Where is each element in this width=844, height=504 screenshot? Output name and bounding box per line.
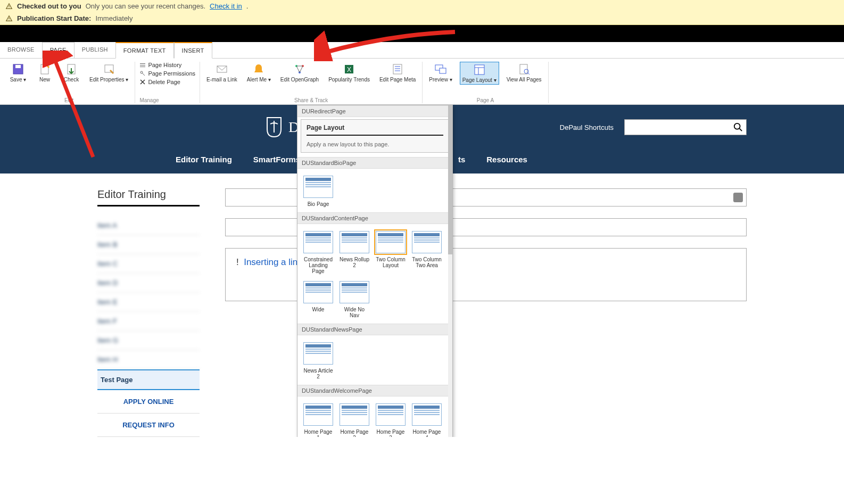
layout-option[interactable]: Two Column Layout — [375, 229, 406, 274]
black-strip — [0, 25, 844, 42]
layout-option-label: Two Column Layout — [375, 257, 406, 268]
svg-text:X: X — [347, 66, 351, 73]
search-input[interactable] — [628, 123, 733, 131]
meta-icon — [391, 63, 404, 76]
nav-resources[interactable]: Resources — [486, 155, 527, 164]
sidebar-item[interactable]: Item E — [97, 293, 200, 312]
layout-option-label: Home Page 1 — [303, 429, 334, 437]
group-label-edit: Edit — [64, 97, 73, 103]
svg-rect-10 — [140, 65, 145, 65]
layout-option[interactable]: News Article 2 — [303, 341, 334, 379]
alert-me-button[interactable]: Alert Me ▾ — [245, 62, 273, 84]
layout-icon — [473, 63, 486, 76]
layout-option-label: Home Page 3 — [375, 429, 406, 437]
tab-browse[interactable]: BROWSE — [0, 42, 42, 58]
dd-cat-bio: DUStandardBioPage — [297, 157, 452, 169]
sidebar-item[interactable]: Item G — [97, 331, 200, 350]
search-box[interactable] — [624, 119, 747, 135]
opengraph-button[interactable]: Edit OpenGraph — [278, 62, 321, 84]
layout-option[interactable]: Constrained Landing Page — [303, 229, 334, 274]
tab-insert[interactable]: INSERT — [174, 42, 212, 59]
layout-option[interactable]: Home Page 3 — [375, 402, 406, 437]
layout-option[interactable]: Bio Page — [303, 174, 334, 207]
svg-rect-24 — [440, 68, 446, 73]
field-ellipsis-icon[interactable] — [733, 193, 743, 202]
page-layout-dropdown: DURedirectPage Page Layout Apply a new l… — [297, 105, 453, 437]
notice-bar: Checked out to you Only you can see your… — [0, 0, 844, 25]
warning-icon — [5, 3, 13, 10]
layout-option[interactable]: Two Column Two Area — [411, 229, 442, 274]
page-layout-button[interactable]: Page Layout ▾ — [460, 62, 499, 85]
side-nav-list: Item AItem BItem CItem DItem EItem FItem… — [97, 216, 200, 390]
dd-cat-welcome: DUStandardWelcomePage — [297, 385, 452, 396]
nav-editor-training[interactable]: Editor Training — [176, 155, 232, 164]
left-nav-title: Editor Training — [97, 188, 200, 206]
page-history-button[interactable]: Page History — [139, 62, 195, 68]
page-meta-button[interactable]: Edit Page Meta — [377, 62, 418, 84]
edit-props-button[interactable]: Edit Properties ▾ — [87, 62, 130, 84]
sidebar-item[interactable]: Item D — [97, 274, 200, 293]
page-permissions-button[interactable]: Page Permissions — [139, 70, 195, 77]
checkout-bold: Checked out to you — [17, 2, 81, 10]
group-label-page-actions: Page A — [477, 97, 494, 103]
save-button[interactable]: Save ▾ — [7, 62, 29, 84]
nav-ts[interactable]: ts — [458, 155, 465, 164]
sidebar-item[interactable]: Item F — [97, 312, 200, 331]
dd-tooltip: Page Layout Apply a new layout to this p… — [301, 119, 449, 153]
og-icon — [293, 63, 306, 76]
tab-publish[interactable]: PUBLISH — [75, 42, 115, 58]
delete-page-button[interactable]: Delete Page — [139, 79, 195, 85]
search-icon[interactable] — [733, 122, 743, 132]
checkout-grey: Only you can see your recent changes. — [86, 2, 205, 10]
svg-rect-5 — [15, 65, 21, 68]
sidebar-item[interactable]: Item A — [97, 216, 200, 235]
sidebar-item[interactable]: Item C — [97, 254, 200, 274]
cta-request[interactable]: REQUEST INFO — [97, 414, 200, 437]
layout-option-label: Home Page 2 — [339, 429, 370, 437]
layout-option[interactable]: Home Page 1 — [303, 402, 334, 437]
layout-option[interactable]: Home Page 4 — [411, 402, 442, 437]
top-nav: Editor Training SmartForms Tra ts Resour… — [165, 138, 835, 173]
layout-option-label: Constrained Landing Page — [303, 257, 334, 274]
layout-option[interactable]: Home Page 2 — [339, 402, 370, 437]
svg-rect-25 — [475, 65, 484, 75]
shortcuts-link[interactable]: DePaul Shortcuts — [560, 123, 614, 131]
cta-apply[interactable]: APPLY ONLINE — [97, 390, 200, 414]
preview-button[interactable]: Preview ▾ — [427, 62, 454, 85]
layout-option-label: Two Column Two Area — [411, 257, 442, 268]
sidebar-item-active[interactable]: Test Page — [97, 369, 200, 390]
email-link-button[interactable]: E-mail a Link — [204, 62, 239, 84]
content-trail: ! — [236, 257, 239, 267]
layout-option-label: News Article 2 — [303, 368, 334, 379]
preview-icon — [434, 63, 447, 76]
tab-format-text[interactable]: FORMAT TEXT — [115, 42, 174, 59]
check-button[interactable]: Check — [61, 62, 82, 84]
sidebar-item[interactable]: Item B — [97, 235, 200, 254]
svg-rect-11 — [140, 67, 145, 67]
new-button[interactable]: New — [34, 62, 55, 84]
group-label-share: Share & Track — [294, 97, 328, 103]
popularity-button[interactable]: XPopularity Trends — [326, 62, 372, 84]
dd-tooltip-desc: Apply a new layout to this page. — [307, 141, 389, 147]
depaul-logo-icon — [265, 117, 283, 138]
layout-option-label: Bio Page — [308, 201, 329, 207]
layout-option[interactable]: News Rollup 2 — [339, 229, 370, 274]
view-all-pages-button[interactable]: View All Pages — [504, 62, 544, 85]
layout-option[interactable]: Wide — [303, 279, 334, 318]
dd-tooltip-title: Page Layout — [307, 124, 443, 136]
svg-point-32 — [734, 123, 740, 129]
tab-page[interactable]: PAGE — [42, 42, 75, 58]
dd-scrollbar[interactable] — [448, 105, 452, 437]
mail-icon — [216, 63, 228, 76]
svg-point-1 — [9, 7, 9, 7]
group-label-manage: Manage — [139, 97, 159, 103]
dd-cat-redirect: DURedirectPage — [297, 105, 452, 117]
checkout-icon — [65, 63, 78, 76]
check-in-link[interactable]: Check it in — [210, 2, 242, 10]
layout-option-label: Home Page 4 — [411, 429, 442, 437]
layout-option[interactable]: Wide No Nav — [339, 279, 370, 318]
sidebar-item[interactable]: Item H — [97, 350, 200, 369]
pubdate-grey: Immediately — [95, 14, 133, 22]
edit-props-icon — [103, 63, 115, 76]
svg-point-3 — [9, 19, 9, 20]
